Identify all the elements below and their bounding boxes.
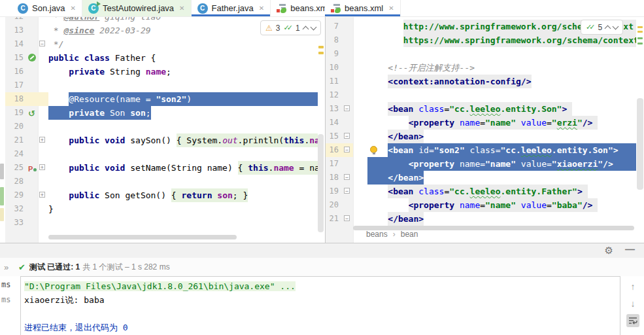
breadcrumb-item-bean[interactable]: bean <box>401 230 418 239</box>
code-text-area[interactable]: private Son son; <box>48 106 318 120</box>
code-line[interactable]: 16− <bean id="son2" class="cc.leeleo.ent… <box>326 143 636 157</box>
fold-marker[interactable]: + <box>39 192 45 198</box>
scroll-down-icon[interactable]: ↓ <box>626 297 639 310</box>
code-line[interactable]: 33 <box>5 216 318 230</box>
chevron-down-icon[interactable] <box>310 24 316 30</box>
code-text-area[interactable]: private String name; <box>48 65 318 79</box>
code-line[interactable]: 15public class Father { <box>5 51 318 65</box>
code-text-area[interactable]: <property name="name" value="erzi"/> <box>353 116 636 130</box>
tab-father-java[interactable]: CFather.java✕ <box>192 0 271 16</box>
code-line[interactable]: 18− </bean> <box>326 171 636 185</box>
code-text-area[interactable] <box>48 79 318 92</box>
fold-marker[interactable]: − <box>344 215 350 221</box>
fold-marker[interactable]: − <box>344 174 350 180</box>
code-line[interactable]: 17 <box>5 79 318 92</box>
code-line[interactable]: 17 <property name="name" value="xiaoerzi… <box>326 157 636 171</box>
tab-beans-xml[interactable]: beans.xml✕ <box>325 0 401 16</box>
code-text-area[interactable]: <context:annotation-config/> <box>353 75 636 88</box>
code-text-area[interactable]: public class Father { <box>48 51 318 65</box>
code-line[interactable]: 20 <property name="name" value="baba"/> <box>326 198 636 212</box>
tab-testautowired-java[interactable]: CTestAutowired.java✕ <box>82 0 192 16</box>
close-icon[interactable]: ✕ <box>259 5 264 12</box>
code-text-area[interactable]: <bean class="cc.leeleo.entity.Father"> <box>353 185 636 198</box>
code-text-area[interactable]: </bean> <box>353 130 636 143</box>
inspections-widget-right[interactable]: ✓✓ 5 <box>581 20 623 35</box>
chevron-down-icon[interactable] <box>613 23 619 29</box>
vertical-scrollbar-right[interactable] <box>637 98 643 190</box>
breadcrumb-item-beans[interactable]: beans <box>366 230 388 239</box>
typo-stripe-mark[interactable] <box>637 43 643 44</box>
code-line[interactable]: 21− </bean> <box>326 212 636 226</box>
code-text-area[interactable]: <property name="name" value="baba"/> <box>353 198 636 212</box>
code-line[interactable]: 29+ public Son getSon() { return son; } <box>5 188 318 202</box>
fold-marker[interactable]: − <box>344 188 350 194</box>
vertical-scrollbar-left[interactable] <box>318 134 324 232</box>
code-line[interactable]: 25+ public void setName(String name) { t… <box>5 161 318 175</box>
code-text-area[interactable]: <!--开启注解支持--> <box>353 61 636 75</box>
code-line[interactable]: 16 private String name; <box>5 65 318 79</box>
code-line[interactable]: 13− <bean class="cc.leeleo.entity.Son"> <box>326 102 636 116</box>
close-icon[interactable]: ✕ <box>71 5 76 12</box>
code-text-area[interactable] <box>48 216 318 230</box>
soft-wrap-icon[interactable] <box>626 314 639 327</box>
intention-bulb-icon[interactable] <box>370 146 377 153</box>
minimize-icon[interactable]: — <box>625 243 635 255</box>
fold-marker[interactable]: + <box>39 164 45 170</box>
code-line[interactable]: 21+ public void saySon() { System.out.pr… <box>5 133 318 147</box>
code-line[interactable]: 9 <box>326 47 636 61</box>
property-icon[interactable] <box>28 164 36 171</box>
code-text-area[interactable]: public void saySon() { System.out.printl… <box>48 133 318 147</box>
scroll-up-icon[interactable]: ↑ <box>626 280 639 293</box>
code-text-area[interactable] <box>48 120 318 133</box>
tab-son-java[interactable]: CSon.java✕ <box>12 0 82 16</box>
inspections-widget-left[interactable]: ⚠ 3 ✓✓ 1 <box>260 20 321 35</box>
code-text-area[interactable]: <property name="name" value="xiaoerzi"/> <box>353 157 636 171</box>
code-text-area[interactable]: </bean> <box>353 171 636 185</box>
code-line[interactable]: 11 <context:annotation-config/> <box>326 75 636 88</box>
chevron-up-icon[interactable] <box>302 26 309 32</box>
run-console[interactable]: "D:\Program Files\Java\jdk1.8.0_261\bin\… <box>20 276 620 335</box>
horizontal-scrollbar-left[interactable] <box>48 235 237 239</box>
close-icon[interactable]: ✕ <box>388 5 394 12</box>
code-text-area[interactable]: public Son getSon() { return son; } <box>48 188 318 202</box>
code-line[interactable]: 14− */ <box>5 37 318 51</box>
editor-beans-xml[interactable]: 7 http://www.springframework.org/schema/… <box>325 17 636 243</box>
code-line[interactable]: 24 <box>5 147 318 161</box>
code-text-area[interactable]: } <box>48 202 318 216</box>
code-line[interactable]: 28 <box>5 175 318 188</box>
code-text-area[interactable]: */ <box>48 37 318 51</box>
code-line[interactable]: 8 https://www.springframework.org/schema… <box>326 33 636 47</box>
warning-stripe-mark[interactable] <box>637 31 643 33</box>
fold-marker[interactable]: − <box>344 105 350 111</box>
code-line[interactable]: 32} <box>5 202 318 216</box>
code-text-area[interactable]: <bean id="son2" class="cc.leeleo.entity.… <box>353 143 636 157</box>
code-line[interactable]: 20 <box>5 120 318 133</box>
chevrons-right-icon[interactable]: » <box>4 262 18 272</box>
code-line[interactable]: 10 <!--开启注解支持--> <box>326 61 636 75</box>
gear-icon[interactable]: ⚙ <box>605 245 613 256</box>
code-text-area[interactable]: @Resource(name = "son2") <box>48 92 318 106</box>
warning-stripe-mark[interactable] <box>318 46 324 48</box>
typo-stripe-mark[interactable] <box>637 37 643 39</box>
code-text-area[interactable] <box>353 88 636 102</box>
code-text-area[interactable]: <bean class="cc.leeleo.entity.Son"> <box>353 102 636 116</box>
code-text-area[interactable] <box>48 147 318 161</box>
code-line[interactable]: 14 <property name="name" value="erzi"/> <box>326 116 636 130</box>
code-text-area[interactable]: https://www.springframework.org/schema/c… <box>353 33 636 47</box>
fold-marker[interactable]: − <box>344 147 350 152</box>
warning-stripe-mark[interactable] <box>637 26 643 28</box>
close-icon[interactable]: ✕ <box>179 5 184 12</box>
code-line[interactable]: 15− </bean> <box>326 130 636 143</box>
code-text-area[interactable]: </bean> <box>353 212 636 226</box>
code-text-area[interactable]: public void setName(String name) { this.… <box>48 161 318 175</box>
spring-bean-icon[interactable] <box>28 54 36 62</box>
code-line[interactable]: 19 private Son son; <box>5 106 318 120</box>
code-line[interactable]: 19− <bean class="cc.leeleo.entity.Father… <box>326 185 636 198</box>
code-text-area[interactable] <box>353 47 636 61</box>
editor-father-java[interactable]: 12 * @author giqing tiao13 * @since 2022… <box>5 17 318 243</box>
fold-marker[interactable]: − <box>39 41 45 46</box>
code-line[interactable]: 18 @Resource(name = "son2") <box>5 92 318 106</box>
code-text-area[interactable] <box>48 175 318 188</box>
warning-stripe-mark[interactable] <box>318 52 324 54</box>
fold-marker[interactable]: − <box>344 133 350 139</box>
